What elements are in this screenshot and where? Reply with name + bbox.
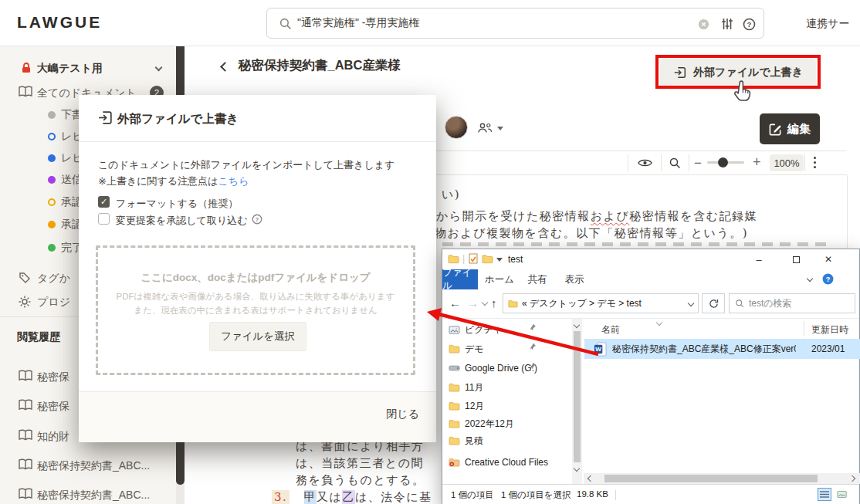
doc-text-line: い) — [442, 188, 460, 202]
selected-count: 1 個の項目を選択 — [501, 489, 571, 501]
close-modal-button[interactable]: 閉じる — [386, 408, 419, 421]
qat-customize-icon[interactable] — [496, 258, 503, 262]
file-name: 秘密保持契約書_ABC産業様_ABC修正案ver01.d... — [612, 343, 796, 356]
edit-button[interactable]: 編集 — [760, 113, 820, 144]
back-chevron-icon[interactable] — [220, 62, 230, 72]
explorer-window: | test – ✕ ファイル ホーム 共有 表示 ? ← → ↑ « デスクト… — [442, 249, 860, 504]
file-import-icon — [673, 66, 687, 79]
nav-item-estimate[interactable]: 見積 — [449, 432, 483, 449]
quick-access-check-icon[interactable] — [469, 253, 478, 264]
column-header-date[interactable]: 更新日時 — [811, 323, 848, 337]
maximize-button[interactable] — [788, 252, 804, 267]
dropzone-title: ここにdocx、docまたはpdfファイルをドロップ — [98, 271, 413, 285]
doc-text-line: は、当該第三者との間 — [296, 456, 424, 471]
edit-button-label: 編集 — [787, 122, 811, 137]
history-item[interactable]: 知的財 — [37, 430, 69, 444]
format-checkbox[interactable]: ✓ — [98, 196, 110, 208]
sidebar-item-projects[interactable]: プロジ — [37, 296, 70, 310]
file-row-selected[interactable]: W 秘密保持契約書_ABC産業様_ABC修正案ver01.d... 2023/0… — [584, 339, 860, 359]
folder-icon — [449, 344, 460, 353]
pictures-icon — [449, 326, 460, 334]
address-bar[interactable]: « デスクトップ > デモ > test — [503, 293, 699, 313]
nav-item-creative-cloud[interactable]: Creative Cloud Files — [449, 454, 548, 471]
note-link[interactable]: こちら — [218, 175, 249, 187]
tab-share[interactable]: 共有 — [521, 269, 554, 289]
eye-icon[interactable] — [638, 157, 652, 168]
select-file-button[interactable]: ファイルを選択 — [209, 322, 306, 351]
status-divider — [492, 490, 493, 500]
doc-text-line: 3. 甲又は乙は、法令に基 — [272, 490, 432, 504]
thumbnail-view-button[interactable] — [835, 488, 848, 501]
forward-arrow-icon[interactable]: → — [467, 296, 479, 310]
status-dot-draft — [48, 111, 56, 119]
party-otsu-highlight: 乙 — [342, 490, 355, 504]
search-icon — [735, 299, 744, 308]
find-in-document-icon[interactable] — [669, 157, 681, 169]
close-button[interactable]: ✕ — [821, 252, 836, 267]
file-dropzone[interactable]: ここにdocx、docまたはpdfファイルをドロップ PDFは複雑な表や画像があ… — [96, 245, 415, 375]
collaborators-icon[interactable] — [477, 122, 493, 134]
up-arrow-icon[interactable]: ↑ — [491, 296, 497, 310]
accept-proposals-checkbox[interactable] — [98, 213, 110, 225]
explorer-help-icon[interactable]: ? — [822, 273, 834, 285]
zoom-slider-handle[interactable] — [718, 157, 728, 167]
doc-text-line: から開示を受けた秘密情報および秘密情報を含む記録媒 — [436, 209, 757, 224]
address-dropdown-chevron-icon[interactable] — [688, 300, 694, 306]
minimize-button[interactable]: – — [751, 252, 767, 267]
nav-item-pictures[interactable]: ピクチャ — [449, 321, 503, 338]
status-dot-done — [48, 244, 56, 252]
back-arrow-icon[interactable]: ← — [449, 296, 461, 310]
horizontal-scrollbar-thumb[interactable] — [604, 475, 818, 482]
nav-item-11month[interactable]: 11月 — [449, 379, 483, 396]
folder-icon — [449, 419, 460, 428]
history-item[interactable]: 秘密保持契約書_ABC... — [37, 459, 150, 473]
tab-file[interactable]: ファイル — [442, 269, 478, 289]
folder-icon — [508, 299, 518, 308]
overwrite-external-file-button[interactable]: 外部ファイルで上書き — [660, 59, 816, 86]
chevron-down-icon[interactable] — [155, 64, 163, 72]
toolbar-divider — [628, 154, 628, 171]
help-icon[interactable]: ? — [252, 214, 262, 225]
tab-home[interactable]: ホーム — [482, 269, 516, 289]
details-view-button[interactable] — [818, 488, 831, 501]
document-title: 秘密保持契約書_ABC産業様 — [239, 57, 401, 74]
nav-item-12month[interactable]: 12月 — [449, 397, 484, 414]
nav-item-2022-12[interactable]: 2022年12月 — [449, 415, 514, 432]
ribbon-tabs: ファイル ホーム 共有 表示 ? — [442, 269, 859, 289]
zoom-out-button[interactable]: − — [694, 156, 702, 171]
workspace-name[interactable]: 大嶋テスト用 — [37, 62, 103, 76]
book-icon — [19, 488, 32, 500]
toolbar-divider — [804, 154, 805, 171]
status-dot-approving — [48, 198, 56, 206]
folder-icon[interactable] — [482, 254, 493, 264]
chevron-down-icon[interactable] — [497, 127, 503, 130]
integration-services-link[interactable]: 連携サー — [806, 17, 857, 31]
tab-view[interactable]: 表示 — [558, 269, 591, 289]
history-item[interactable]: 秘密保持契約書_ABC... — [37, 489, 150, 502]
zoom-in-button[interactable]: + — [753, 154, 761, 171]
more-options-kebab-icon[interactable] — [814, 157, 816, 168]
status-dot-approved — [48, 221, 56, 228]
explorer-search-input[interactable]: testの検索 — [729, 293, 855, 313]
item-count: 1 個の項目 — [451, 489, 494, 501]
global-search-input[interactable]: "通常実施権" -専用実施権 ? — [266, 8, 764, 39]
refresh-button[interactable] — [702, 293, 725, 313]
nav-item-demo[interactable]: デモ — [449, 340, 484, 357]
accept-proposals-label[interactable]: 変更提案を承認して取り込む — [116, 214, 248, 228]
column-header-name[interactable]: 名前 — [601, 323, 620, 337]
avatar[interactable] — [445, 116, 468, 139]
clear-search-icon[interactable] — [698, 19, 709, 30]
expand-ribbon-chevron-icon[interactable] — [807, 276, 813, 282]
nav-scrollbar-thumb[interactable] — [574, 331, 581, 462]
file-import-icon — [97, 110, 113, 126]
nav-item-google-drive[interactable]: Google Drive (G:) — [449, 360, 537, 377]
filter-sliders-icon[interactable] — [721, 18, 733, 30]
svg-text:W: W — [595, 346, 601, 353]
help-icon[interactable]: ? — [743, 18, 756, 31]
sidebar-item-tags[interactable]: タグか — [37, 272, 70, 286]
history-item[interactable]: 秘密保 — [37, 400, 69, 414]
column-divider[interactable] — [804, 321, 804, 337]
format-checkbox-label[interactable]: フォーマットする（推奨） — [116, 197, 238, 211]
toolbar-divider — [661, 154, 662, 171]
history-item[interactable]: 秘密保 — [37, 370, 69, 384]
